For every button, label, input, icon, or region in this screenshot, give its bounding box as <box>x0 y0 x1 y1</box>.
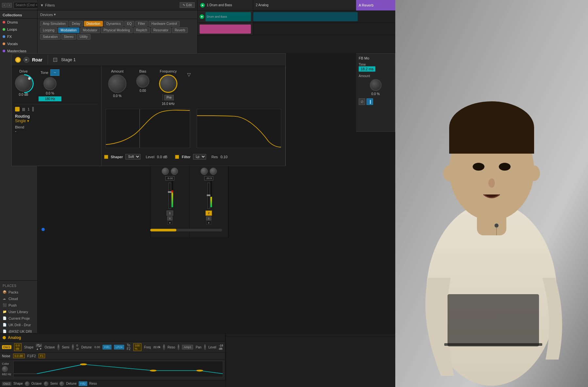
reso-knob[interactable] <box>178 344 179 350</box>
roar-play-button[interactable]: ▶ <box>24 57 29 63</box>
ch1-fader-slot[interactable] <box>169 183 171 209</box>
analog-power-dot[interactable] <box>3 336 6 339</box>
track1-play-button[interactable]: ▶ <box>200 3 205 8</box>
ch2-send-a-knob[interactable] <box>201 168 208 175</box>
ch2-solo-button[interactable]: S <box>206 216 211 220</box>
frequency-knob[interactable] <box>159 75 177 93</box>
filter-tag-amp-simulation[interactable]: Amp Simulation <box>40 21 68 26</box>
shaper-enable-checkbox[interactable] <box>104 155 108 159</box>
fb-bars-button[interactable]: ▐ <box>367 98 373 105</box>
edit-button[interactable]: ✎ Edit <box>180 2 195 8</box>
ch2-mute-button[interactable]: ● <box>206 221 211 225</box>
f1-value[interactable]: F1 <box>39 354 45 358</box>
semi-knob[interactable] <box>72 344 74 350</box>
shape-down-icon[interactable]: ▼ <box>39 347 42 350</box>
osc1-badge[interactable]: Osc1 <box>2 345 11 349</box>
ch2-number-badge-active[interactable]: 2 <box>205 210 212 216</box>
ch1-knobs <box>162 168 178 175</box>
person-area <box>395 0 588 387</box>
shape-up-icon[interactable]: ▲ <box>36 347 39 350</box>
shaper-type-select[interactable]: Soft <box>125 154 140 160</box>
track2-clip-block[interactable] <box>200 25 251 34</box>
filter-type-badge[interactable]: LP24 <box>114 345 124 349</box>
sidebar-top: ‹ › <box>0 0 37 10</box>
wave-shape-button[interactable]: ~ <box>50 69 59 76</box>
ch2-level-display[interactable]: -20.9 <box>204 176 213 180</box>
filter-tag-stereo[interactable]: Stereo <box>61 34 76 40</box>
to-f2-value[interactable]: 100 % <box>133 343 141 351</box>
filter-tag-saturation[interactable]: Saturation <box>40 34 60 40</box>
filter-tag-reverb[interactable]: Reverb <box>172 27 188 33</box>
track1-clip-timeline[interactable] <box>253 12 358 21</box>
scrollbar-thumb[interactable] <box>150 229 176 231</box>
sidebar-item-packs[interactable]: 📦 Packs <box>0 289 37 295</box>
pre-button[interactable]: Pre <box>164 95 174 100</box>
osc2-semi-knob[interactable] <box>59 381 64 386</box>
filter-tag-eq[interactable]: EQ <box>124 21 134 26</box>
osc2-reso-label: Reso <box>89 382 97 385</box>
ch1-mute-button[interactable]: ● <box>167 221 172 225</box>
osc1-value-display[interactable]: 0.0 dB <box>14 343 22 351</box>
filter-tag-filter[interactable]: Filter <box>135 21 148 26</box>
sidebar-item-user-library[interactable]: 📁 User Library <box>0 309 37 315</box>
pan-knob[interactable] <box>204 344 206 350</box>
filter-tag-physical-modeling[interactable]: Physical Modeling <box>101 27 133 33</box>
osc2-filter-badge[interactable]: Fill2 <box>79 381 88 386</box>
track1-clip-play-button[interactable]: ▶ <box>200 14 204 19</box>
sidebar-item-loops[interactable]: Loops <box>0 26 37 33</box>
tone-freq-input[interactable]: 180 Hz <box>39 96 61 101</box>
level-label-analog: Level <box>208 345 216 349</box>
filter-enable-checkbox[interactable] <box>175 155 179 159</box>
nav-back-button[interactable]: ‹ <box>2 3 7 8</box>
filter-tag-utility[interactable]: Utility <box>77 34 90 40</box>
ch1-send-a-knob[interactable] <box>162 168 169 175</box>
sidebar-item-drums[interactable]: Drums <box>0 19 37 26</box>
ch1-send-b-knob[interactable] <box>171 168 178 175</box>
ch2-send-b-knob[interactable] <box>210 168 217 175</box>
filter-tag-hardware-control[interactable]: Hardware Control <box>149 21 179 26</box>
filter-tag-dynamics[interactable]: Dynamics <box>104 21 123 26</box>
sidebar-item-fx[interactable]: FX <box>0 33 37 40</box>
stage-checkbox[interactable] <box>53 58 57 62</box>
fb-amount-knob[interactable] <box>370 79 382 91</box>
nav-forward-button[interactable]: › <box>7 3 12 8</box>
tone-knob[interactable] <box>43 77 57 90</box>
sidebar-item-vocals[interactable]: Vocals <box>0 40 37 47</box>
filter-badge[interactable]: Fill1 <box>103 345 111 349</box>
noise-value[interactable]: 0.0 dB <box>13 354 25 358</box>
osc2-shape-knob[interactable] <box>25 381 29 386</box>
color-knob[interactable] <box>2 366 8 372</box>
bias-knob[interactable] <box>136 75 149 88</box>
filter-tag-delay[interactable]: Delay <box>69 21 83 26</box>
scrollbar-horizontal[interactable] <box>150 229 222 231</box>
sidebar-item-current-project[interactable]: 📄 Current Proje <box>0 315 37 322</box>
osc2-octave-knob[interactable] <box>44 381 48 386</box>
roar-dropdown-icon[interactable]: ▽ <box>187 72 191 77</box>
sidebar-item-uk-drill[interactable]: 📄 UK Drill - Drur <box>0 322 37 328</box>
ch1-level-display[interactable]: -9.00 <box>165 176 174 180</box>
filter-tag-looping[interactable]: Looping <box>40 27 57 33</box>
filter-tag-modulator[interactable]: Modulator <box>80 27 100 33</box>
shape-selector[interactable]: ▲ ▼ <box>36 344 42 350</box>
filter-tag-repitch[interactable]: Repitch <box>134 27 150 33</box>
freq-knob[interactable] <box>163 344 165 350</box>
filter-tag-modulation[interactable]: Modulation <box>58 27 79 33</box>
fb-time-value[interactable]: 18.2 ms <box>359 66 375 72</box>
filter-tag-resonator[interactable]: Resonator <box>151 27 171 33</box>
filter-type-select[interactable]: Lp <box>193 154 206 160</box>
osc2-badge[interactable]: Osc2 <box>2 382 11 386</box>
ch1-solo-button[interactable]: S <box>167 216 172 220</box>
ch2-fader-slot[interactable] <box>207 183 210 209</box>
roar-power-button[interactable] <box>15 57 21 63</box>
person-background <box>395 0 588 387</box>
fb-phase-button[interactable]: ∅ <box>359 98 365 105</box>
sidebar-item-label: FX <box>7 35 12 39</box>
amount-knob[interactable] <box>108 75 126 93</box>
sidebar-item-push[interactable]: ⬛ Push <box>0 302 37 309</box>
track1-clip-block[interactable]: Drum and Bass <box>205 12 251 21</box>
sidebar-item-cloud[interactable]: ☁ Cloud <box>0 295 37 302</box>
ch1-number-badge[interactable]: 1 <box>167 210 173 216</box>
amp-badge[interactable]: Amp1 <box>182 345 193 349</box>
filter-tag-distortion[interactable]: Distortion <box>84 21 103 26</box>
octave-knob[interactable] <box>57 344 59 350</box>
